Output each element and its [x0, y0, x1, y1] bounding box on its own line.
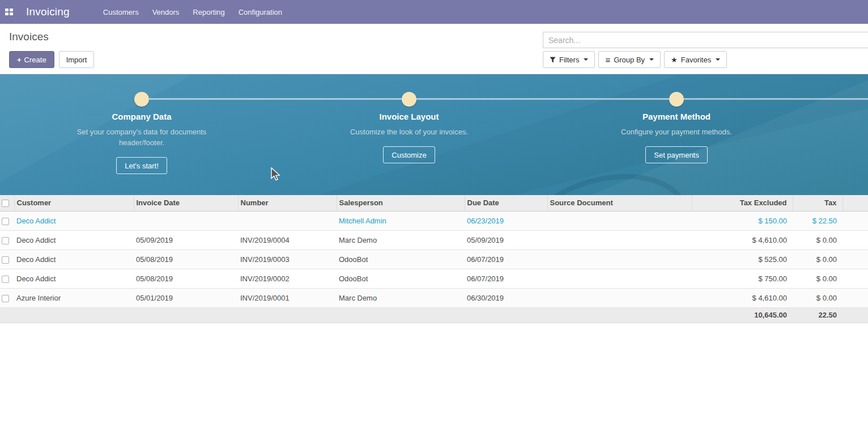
cell-tax: $ 22.50	[793, 211, 843, 230]
cell-source-document	[547, 269, 692, 288]
table-row[interactable]: Deco Addict 05/09/2019 INV/2019/0004 Mar…	[0, 230, 868, 250]
header-customer[interactable]: Customer	[14, 195, 134, 211]
filters-button[interactable]: Filters	[543, 51, 595, 68]
cell-customer: Deco Addict	[14, 269, 134, 288]
cell-tax-excluded: $ 150.00	[692, 211, 793, 230]
cell-due-date: 05/09/2019	[465, 230, 547, 250]
favorites-button-label: Favorites	[681, 56, 711, 64]
star-icon: ★	[671, 56, 678, 64]
bars-icon: ≡	[605, 56, 610, 64]
apps-icon-square	[5, 12, 8, 15]
row-checkbox[interactable]	[2, 237, 9, 244]
step-dot	[402, 92, 416, 107]
table-row[interactable]: Azure Interior 05/01/2019 INV/2019/0001 …	[0, 288, 868, 307]
cell-salesperson: Marc Demo	[337, 288, 465, 307]
onboarding-step-invoice-layout: Invoice Layout Customize the look of you…	[275, 74, 543, 163]
cell-tax-excluded: $ 4,610.00	[692, 288, 793, 307]
cell-customer: Azure Interior	[14, 288, 134, 307]
search-input[interactable]	[543, 32, 868, 48]
set-payments-button[interactable]: Set payments	[645, 146, 708, 163]
page-title: Invoices	[9, 31, 49, 43]
table-header-row: Customer Invoice Date Number Salesperson…	[0, 195, 868, 211]
action-buttons: +Create Import	[9, 51, 94, 68]
table-row[interactable]: Deco Addict Mitchell Admin 06/23/2019 $ …	[0, 211, 868, 230]
favorites-button[interactable]: ★ Favorites	[664, 51, 727, 68]
step-dot	[134, 92, 149, 107]
create-button[interactable]: +Create	[9, 51, 54, 68]
apps-icon-square	[10, 12, 13, 15]
menu-customers[interactable]: Customers	[102, 6, 140, 19]
group-by-button-label: Group By	[614, 56, 645, 64]
cell-invoice-date: 05/08/2019	[134, 250, 238, 269]
caret-down-icon	[584, 58, 588, 61]
cell-source-document	[547, 288, 692, 307]
apps-icon-square	[10, 9, 13, 11]
apps-menu-icon[interactable]	[5, 9, 13, 15]
cell-tax-excluded: $ 4,610.00	[692, 230, 793, 250]
cell-number: INV/2019/0002	[238, 269, 337, 288]
header-salesperson[interactable]: Salesperson	[337, 195, 465, 211]
menu-reporting[interactable]: Reporting	[192, 6, 225, 19]
import-button[interactable]: Import	[59, 51, 95, 68]
top-menu: Customers Vendors Reporting Configuratio…	[102, 6, 283, 19]
cell-salesperson: Mitchell Admin	[337, 211, 465, 230]
cell-tax: $ 0.00	[793, 250, 843, 269]
cell-customer: Deco Addict	[14, 250, 134, 269]
cell-tax: $ 0.00	[793, 230, 843, 250]
table-footer-row: 10,645.00 22.50	[0, 307, 868, 323]
cell-number: INV/2019/0001	[238, 288, 337, 307]
cell-source-document	[547, 250, 692, 269]
cell-number: INV/2019/0003	[238, 250, 337, 269]
apps-icon-square	[5, 9, 8, 11]
cell-salesperson: OdooBot	[337, 269, 465, 288]
row-checkbox[interactable]	[2, 295, 9, 302]
caret-down-icon	[649, 58, 654, 61]
onboarding-step-payment-method: Payment Method Configure your payment me…	[543, 74, 810, 163]
step-description: Customize the look of your invoices.	[324, 126, 494, 137]
step-title: Invoice Layout	[275, 112, 543, 121]
cell-invoice-date	[134, 211, 238, 230]
table-row[interactable]: Deco Addict 05/08/2019 INV/2019/0002 Odo…	[0, 269, 868, 288]
cell-number	[238, 211, 337, 230]
cell-source-document	[547, 211, 692, 230]
app-title[interactable]: Invoicing	[26, 6, 70, 18]
header-tax[interactable]: Tax	[793, 195, 843, 211]
row-checkbox[interactable]	[2, 276, 9, 283]
invoice-list-table: Customer Invoice Date Number Salesperson…	[0, 195, 868, 323]
step-description: Configure your payment methods.	[592, 126, 761, 137]
group-by-button[interactable]: ≡ Group By	[598, 51, 661, 68]
row-checkbox[interactable]	[2, 256, 9, 264]
menu-vendors[interactable]: Vendors	[151, 6, 181, 19]
plus-icon: +	[17, 56, 22, 64]
cell-due-date: 06/30/2019	[465, 288, 547, 307]
cell-invoice-date: 05/09/2019	[134, 230, 238, 250]
cell-invoice-date: 05/01/2019	[134, 288, 238, 307]
lets-start-button[interactable]: Let's start!	[116, 157, 167, 174]
cell-tax-excluded: $ 750.00	[692, 269, 793, 288]
table-row[interactable]: Deco Addict 05/08/2019 INV/2019/0003 Odo…	[0, 250, 868, 269]
onboarding-step-company-data: Company Data Set your company's data for…	[8, 74, 275, 174]
control-panel: Invoices +Create Import Filters ≡ Group …	[0, 24, 868, 74]
footer-tax-excluded-total: 10,645.00	[692, 307, 793, 323]
onboarding-banner: Company Data Set your company's data for…	[0, 74, 868, 195]
header-number[interactable]: Number	[238, 195, 337, 211]
cell-customer: Deco Addict	[14, 211, 134, 230]
menu-configuration[interactable]: Configuration	[237, 6, 283, 19]
funnel-icon	[550, 57, 556, 63]
customize-button[interactable]: Customize	[383, 146, 435, 163]
select-all-checkbox[interactable]	[2, 200, 9, 207]
create-button-label: Create	[24, 56, 46, 64]
step-description: Set your company's data for documents he…	[57, 126, 227, 148]
row-checkbox[interactable]	[2, 218, 9, 225]
caret-down-icon	[716, 58, 720, 61]
header-due-date[interactable]: Due Date	[465, 195, 547, 211]
cell-tax-excluded: $ 525.00	[692, 250, 793, 269]
header-source-document[interactable]: Source Document	[547, 195, 692, 211]
footer-tax-total: 22.50	[793, 307, 843, 323]
cell-tax: $ 0.00	[793, 288, 843, 307]
step-dot	[669, 92, 684, 107]
header-invoice-date[interactable]: Invoice Date	[134, 195, 238, 211]
header-filler	[843, 195, 868, 211]
header-tax-excluded[interactable]: Tax Excluded	[692, 195, 793, 211]
cell-invoice-date: 05/08/2019	[134, 269, 238, 288]
